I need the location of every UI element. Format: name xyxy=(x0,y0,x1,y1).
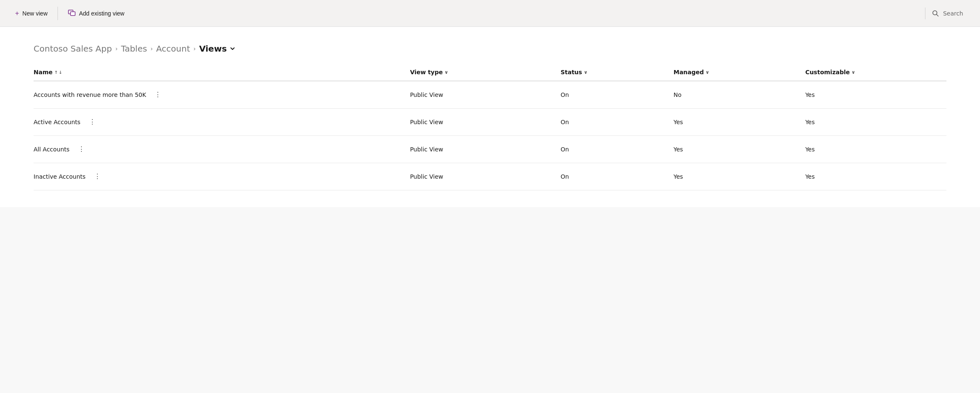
cell-view-type-3: Public View xyxy=(410,163,561,190)
cell-status-2: On xyxy=(561,136,674,163)
cell-customizable-0: Yes xyxy=(805,81,946,109)
cell-status-1: On xyxy=(561,109,674,136)
chevron-status-icon: ∨ xyxy=(584,70,588,75)
cell-managed-1: Yes xyxy=(674,109,805,136)
chevron-down-icon xyxy=(229,45,236,52)
row-menu-button[interactable]: ⋮ xyxy=(91,172,105,182)
row-name-text[interactable]: Inactive Accounts xyxy=(34,173,86,180)
col-header-name[interactable]: Name ↑ ↓ xyxy=(34,64,410,81)
sort-icons-name[interactable]: ↑ ↓ xyxy=(54,70,62,75)
col-header-view-type[interactable]: View type ∨ xyxy=(410,64,561,81)
breadcrumb-tables[interactable]: Tables xyxy=(121,44,147,54)
row-menu-button[interactable]: ⋮ xyxy=(86,117,99,127)
cell-managed-3: Yes xyxy=(674,163,805,190)
cell-customizable-3: Yes xyxy=(805,163,946,190)
add-existing-icon xyxy=(68,9,76,18)
chevron-managed-icon: ∨ xyxy=(706,70,709,75)
cell-name-3: Inactive Accounts⋮ xyxy=(34,163,410,190)
cell-status-0: On xyxy=(561,81,674,109)
cell-managed-2: Yes xyxy=(674,136,805,163)
cell-name-2: All Accounts⋮ xyxy=(34,136,410,163)
sort-desc-icon: ↓ xyxy=(59,70,62,75)
col-view-type-label: View type xyxy=(410,69,443,75)
add-existing-label: Add existing view xyxy=(79,10,124,17)
cell-status-3: On xyxy=(561,163,674,190)
cell-managed-0: No xyxy=(674,81,805,109)
cell-name-1: Active Accounts⋮ xyxy=(34,109,410,136)
breadcrumb-sep-1: › xyxy=(115,45,118,52)
col-header-managed[interactable]: Managed ∨ xyxy=(674,64,805,81)
cell-view-type-2: Public View xyxy=(410,136,561,163)
chevron-view-type-icon: ∨ xyxy=(444,70,448,75)
chevron-customizable-icon: ∨ xyxy=(852,70,855,75)
cell-customizable-1: Yes xyxy=(805,109,946,136)
cell-name-0: Accounts with revenue more than 50K⋮ xyxy=(34,81,410,109)
search-area[interactable]: Search xyxy=(925,8,970,19)
col-header-status[interactable]: Status ∨ xyxy=(561,64,674,81)
new-view-label: New view xyxy=(22,10,47,17)
views-table: Name ↑ ↓ View type ∨ Status xyxy=(34,64,946,190)
col-managed-label: Managed xyxy=(674,69,704,75)
table-row: Inactive Accounts⋮Public ViewOnYesYes xyxy=(34,163,946,190)
cell-view-type-1: Public View xyxy=(410,109,561,136)
toolbar-divider xyxy=(57,7,58,20)
toolbar-left: + New view Add existing view xyxy=(10,6,129,21)
new-view-button[interactable]: + New view xyxy=(10,7,52,20)
row-name-text[interactable]: Active Accounts xyxy=(34,119,81,125)
breadcrumb-sep-3: › xyxy=(193,45,196,52)
sort-asc-icon: ↑ xyxy=(54,70,57,75)
row-name-text[interactable]: All Accounts xyxy=(34,146,70,153)
table-header-row: Name ↑ ↓ View type ∨ Status xyxy=(34,64,946,81)
toolbar: + New view Add existing view Search xyxy=(0,0,980,27)
breadcrumb-current-label: Views xyxy=(199,44,227,54)
cell-customizable-2: Yes xyxy=(805,136,946,163)
plus-icon: + xyxy=(15,10,19,17)
breadcrumb-current[interactable]: Views xyxy=(199,44,236,54)
table-row: Active Accounts⋮Public ViewOnYesYes xyxy=(34,109,946,136)
add-existing-view-button[interactable]: Add existing view xyxy=(63,6,129,21)
col-status-label: Status xyxy=(561,69,582,75)
breadcrumb: Contoso Sales App › Tables › Account › V… xyxy=(34,44,946,54)
svg-rect-1 xyxy=(71,12,75,16)
breadcrumb-account[interactable]: Account xyxy=(156,44,190,54)
row-menu-button[interactable]: ⋮ xyxy=(75,144,89,154)
breadcrumb-sep-2: › xyxy=(150,45,153,52)
col-header-customizable[interactable]: Customizable ∨ xyxy=(805,64,946,81)
search-icon xyxy=(932,10,939,17)
table-row: All Accounts⋮Public ViewOnYesYes xyxy=(34,136,946,163)
main-content: Name ↑ ↓ View type ∨ Status xyxy=(0,64,980,207)
row-menu-button[interactable]: ⋮ xyxy=(151,90,165,100)
table-row: Accounts with revenue more than 50K⋮Publ… xyxy=(34,81,946,109)
breadcrumb-section: Contoso Sales App › Tables › Account › V… xyxy=(0,27,980,64)
search-label: Search xyxy=(943,10,963,17)
row-name-text[interactable]: Accounts with revenue more than 50K xyxy=(34,91,146,98)
col-customizable-label: Customizable xyxy=(805,69,850,75)
cell-view-type-0: Public View xyxy=(410,81,561,109)
breadcrumb-app[interactable]: Contoso Sales App xyxy=(34,44,112,54)
col-name-label: Name xyxy=(34,69,52,75)
svg-line-3 xyxy=(936,14,938,16)
